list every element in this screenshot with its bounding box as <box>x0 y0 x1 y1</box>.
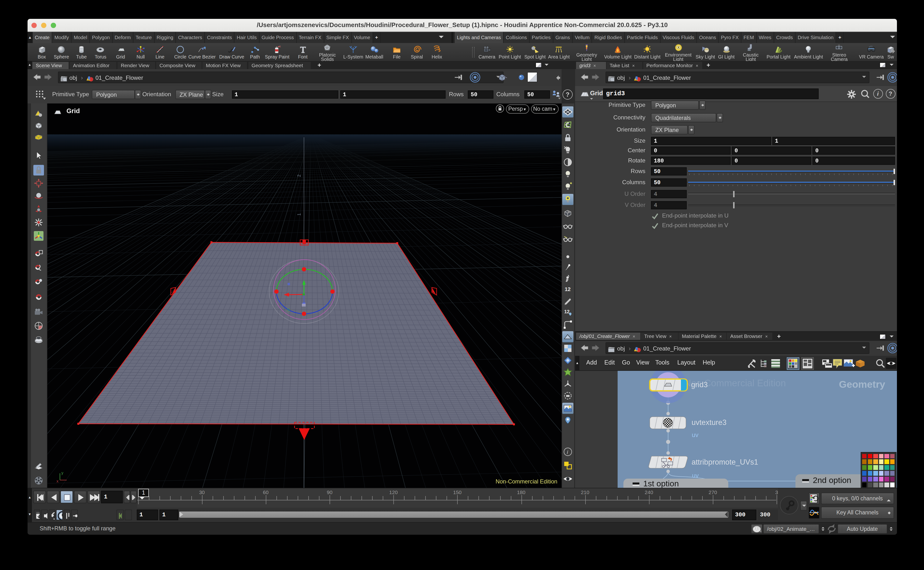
svg-text:12: 12 <box>565 286 571 292</box>
svg-text:i: i <box>567 449 568 455</box>
svg-text:x: x <box>56 479 58 483</box>
svg-text:1: 1 <box>297 213 301 215</box>
svg-text:y: y <box>61 470 63 475</box>
svg-text:12: 12 <box>564 309 569 314</box>
svg-text:2: 2 <box>297 174 301 177</box>
